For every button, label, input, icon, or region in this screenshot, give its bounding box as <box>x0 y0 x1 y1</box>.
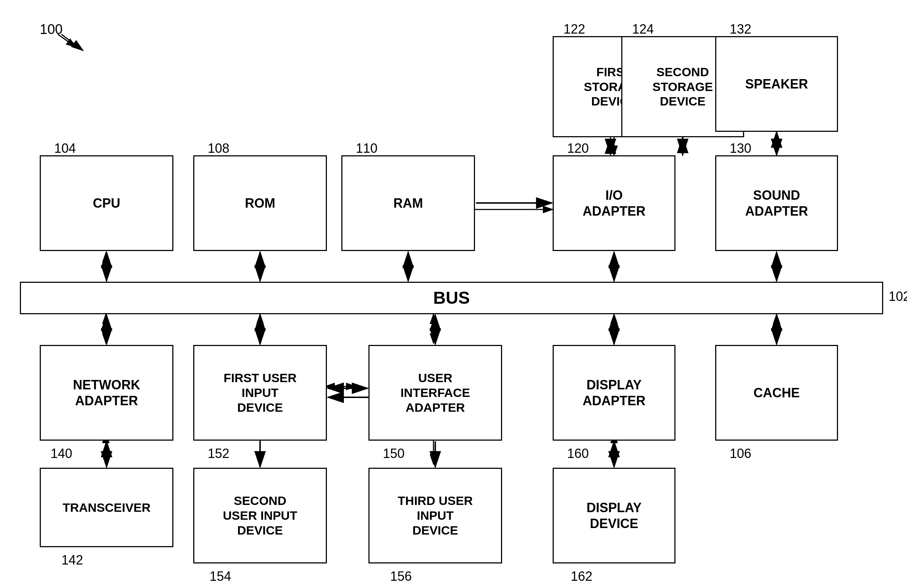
label-100: 100 <box>40 22 62 37</box>
sound-adapter-box: SOUND ADAPTER <box>715 155 838 251</box>
label-first-storage: 122 <box>564 22 585 37</box>
display-adapter-box: DISPLAY ADAPTER <box>553 345 675 441</box>
label-second-storage: 124 <box>632 22 654 37</box>
third-user-input-box: THIRD USER INPUT DEVICE <box>369 468 502 564</box>
label-third-user-input: 156 <box>390 569 412 584</box>
display-device-box: DISPLAY DEVICE <box>553 468 675 564</box>
label-ram: 110 <box>356 141 377 156</box>
network-adapter-box: NETWORK ADAPTER <box>40 345 173 441</box>
label-rom: 108 <box>208 141 229 156</box>
first-user-input-box: FIRST USER INPUT DEVICE <box>193 345 327 441</box>
label-display-adapter: 160 <box>567 446 589 461</box>
label-second-user-input: 154 <box>210 569 231 584</box>
svg-line-26 <box>61 34 83 51</box>
transceiver-box: TRANSCEIVER <box>40 468 173 547</box>
cache-box: CACHE <box>715 345 838 441</box>
label-user-interface: 150 <box>383 446 405 461</box>
label-cpu: 104 <box>54 141 76 156</box>
label-speaker: 132 <box>730 22 751 37</box>
io-adapter-box: I/O ADAPTER <box>553 155 675 251</box>
user-interface-box: USER INTERFACE ADAPTER <box>369 345 502 441</box>
label-bus-number: 102 <box>889 289 907 304</box>
speaker-box: SPEAKER <box>715 36 838 132</box>
bus-box: BUS <box>20 282 883 314</box>
label-network: 140 <box>51 446 72 461</box>
second-user-input-box: SECOND USER INPUT DEVICE <box>193 468 327 564</box>
cpu-box: CPU <box>40 155 173 251</box>
label-io: 120 <box>567 141 589 156</box>
label-first-user-input: 152 <box>208 446 229 461</box>
label-display-device: 162 <box>571 569 592 584</box>
label-cache: 106 <box>730 446 751 461</box>
ram-box: RAM <box>341 155 475 251</box>
diagram: 100 <box>0 0 907 588</box>
rom-box: ROM <box>193 155 327 251</box>
label-transceiver: 142 <box>61 553 83 568</box>
label-sound: 130 <box>730 141 751 156</box>
